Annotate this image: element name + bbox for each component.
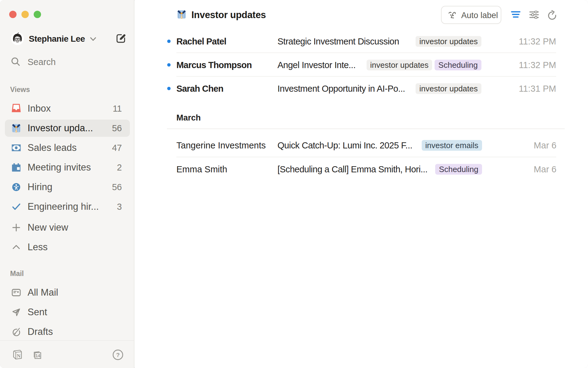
svg-text:?: ? xyxy=(116,352,120,358)
svg-text:N: N xyxy=(17,353,21,359)
svg-text:14: 14 xyxy=(36,353,40,358)
